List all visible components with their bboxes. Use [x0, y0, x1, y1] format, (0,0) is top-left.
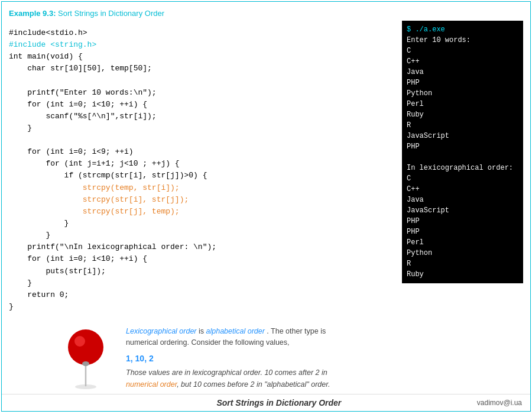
terminal-line: Python — [407, 248, 518, 258]
code-line: } — [9, 277, 390, 289]
code-line: } — [9, 301, 390, 313]
terminal-line: Perl — [407, 237, 518, 248]
code-line: for (int i=0; i<10; ++i) { — [9, 99, 390, 111]
code-line: strcpy(str[i], str[j]); — [9, 194, 390, 206]
bottom-section: Lexicographical order is alphabetical or… — [2, 320, 530, 394]
terminal-line: Java — [407, 195, 518, 205]
terminal-line: Ruby — [407, 269, 518, 280]
code-line: int main(void) { — [9, 51, 390, 63]
code-line: printf("\nIn lexicographical order: \n")… — [9, 241, 390, 253]
svg-point-4 — [82, 361, 89, 366]
svg-point-3 — [74, 336, 85, 347]
code-line: if (strcmp(str[i], str[j])>0) { — [9, 170, 390, 182]
terminal-line: PHP — [407, 77, 518, 88]
info-sentence: Those values are in lexicographical orde… — [126, 368, 327, 377]
code-line: } — [9, 229, 390, 241]
terminal-line: JavaScript — [407, 205, 518, 216]
info-connector: is — [199, 327, 206, 335]
code-line: for (int i=0; i<9; ++i) — [9, 146, 390, 158]
code-panel: Example 9.3: Sort Strings in Dictionary … — [9, 8, 390, 320]
terminal-line: PHP — [407, 216, 518, 227]
terminal-line: C — [407, 46, 518, 56]
code-line: } — [9, 122, 390, 134]
terminal-line — [407, 152, 518, 163]
footer: Sort Strings in Dictionary Order vadimov… — [2, 394, 530, 411]
info-term: Lexicographical order — [126, 327, 197, 335]
pin-image — [56, 325, 115, 390]
terminal-line: PHP — [407, 141, 518, 152]
terminal-line: In lexicographical order: — [407, 163, 518, 173]
code-line: printf("Enter 10 words:\n"); — [9, 87, 390, 99]
code-line: strcpy(temp, str[i]); — [9, 182, 390, 194]
terminal-line: R — [407, 120, 518, 131]
terminal-line: C — [407, 173, 518, 184]
code-line: for (int i=0; i<10; ++i) { — [9, 253, 390, 265]
footer-email: vadimov@i.ua — [477, 399, 522, 407]
terminal-line: Python — [407, 88, 518, 99]
code-line: puts(str[i]); — [9, 266, 390, 277]
terminal-line: Enter 10 words: — [407, 35, 518, 46]
terminal-line: Java — [407, 67, 518, 77]
info-text: Lexicographical order is alphabetical or… — [126, 325, 351, 390]
terminal-panel: $ ./a.exe Enter 10 words: C C++ Java PHP… — [402, 21, 523, 283]
code-line — [9, 75, 390, 86]
info-numerical: numerical order — [126, 380, 177, 389]
terminal-line: $ ./a.exe — [407, 24, 518, 35]
info-term2: alphabetical order — [206, 327, 265, 335]
terminal-line: C++ — [407, 184, 518, 195]
terminal-line: R — [407, 258, 518, 269]
svg-point-2 — [68, 329, 103, 365]
info-values: 1, 10, 2 — [126, 352, 351, 366]
code-line: strcpy(str[j], temp); — [9, 206, 390, 218]
footer-title: Sort Strings in Dictionary Order — [81, 398, 477, 407]
terminal-line: PHP — [407, 227, 518, 237]
terminal-line: C++ — [407, 56, 518, 67]
code-line: #include <string.h> — [9, 39, 390, 51]
code-line: return 0; — [9, 289, 390, 301]
terminal-line: Ruby — [407, 109, 518, 120]
code-line: for (int j=i+1; j<10 ; ++j) { — [9, 158, 390, 170]
code-line: scanf("%s[^\n]",str[i]); — [9, 111, 390, 122]
info-sentence2: , but 10 comes before 2 in "alphabetical… — [177, 380, 330, 389]
terminal-line: Perl — [407, 99, 518, 109]
example-title: Example 9.3: Sort Strings in Dictionary … — [9, 8, 390, 20]
code-line: } — [9, 218, 390, 229]
code-line: #include<stdio.h> — [9, 27, 390, 39]
code-line — [9, 134, 390, 146]
code-line: char str[10][50], temp[50]; — [9, 63, 390, 75]
terminal-line: JavaScript — [407, 131, 518, 141]
page-container: Example 9.3: Sort Strings in Dictionary … — [1, 1, 531, 412]
